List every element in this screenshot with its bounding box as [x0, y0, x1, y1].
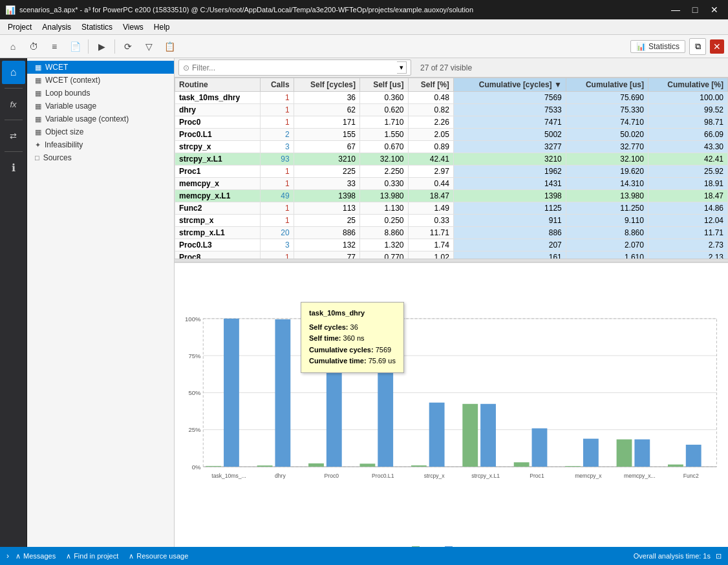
toolbar-timer[interactable]: ⏱: [25, 37, 43, 56]
svg-text:0%: 0%: [192, 464, 201, 471]
table-cell: 1.550: [360, 129, 408, 141]
status-right: Overall analysis time: 1s ⊡: [634, 552, 722, 560]
sidebar-item-sources[interactable]: □ Sources: [27, 151, 174, 164]
variable-icon: ▦: [35, 102, 41, 111]
col-cum-pct[interactable]: Cumulative [%]: [648, 78, 727, 92]
maximize-button[interactable]: □: [687, 3, 703, 16]
table-cell: 1.02: [408, 251, 453, 259]
svg-rect-14: [275, 319, 290, 467]
table-cell: 8.860: [360, 227, 408, 239]
menu-help[interactable]: Help: [149, 21, 175, 33]
table-cell: 0.770: [360, 251, 408, 259]
table-cell: 113: [294, 202, 359, 215]
table-container[interactable]: Routine Calls Self [cycles] Self [us] Se…: [175, 78, 728, 259]
menu-analysis[interactable]: Analysis: [37, 21, 76, 33]
toolbar-export[interactable]: 📋: [160, 37, 178, 56]
status-expand-arrow[interactable]: ›: [6, 551, 9, 560]
col-self-cycles[interactable]: Self [cycles]: [294, 78, 359, 92]
sidebar-item-infeasibility[interactable]: ✦ Infeasibility: [27, 138, 174, 151]
toolbar-close-red[interactable]: ✕: [710, 39, 724, 54]
menu-statistics[interactable]: Statistics: [76, 21, 118, 33]
table-cell: 1398: [453, 190, 566, 202]
iconbar-fx[interactable]: fx: [2, 92, 25, 116]
toolbar-doc[interactable]: 📄: [66, 37, 84, 56]
table-cell: 50.020: [566, 129, 648, 141]
col-routine[interactable]: Routine: [175, 78, 261, 92]
sidebar-label-sources: Sources: [43, 153, 72, 162]
table-cell: 77: [294, 251, 359, 259]
filter-dropdown-btn[interactable]: ▾: [397, 61, 407, 74]
table-cell: 11.71: [648, 227, 727, 239]
toolbar-filter[interactable]: ▽: [140, 37, 158, 56]
table-cell: 0.360: [360, 92, 408, 104]
chart-legend: Self Cumulative: [180, 544, 723, 547]
filter-input-wrapper: ⊙ ▾: [178, 59, 411, 76]
filter-input[interactable]: [192, 63, 397, 72]
table-cell: 1398: [294, 190, 359, 202]
table-cell: 11.71: [408, 227, 453, 239]
sidebar-item-loop-bounds[interactable]: ▦ Loop bounds: [27, 87, 174, 100]
chart-area: 100%75%50%25%0%task_10ms_...dhryProc0Pro…: [175, 262, 728, 547]
table-cell: 0.250: [360, 215, 408, 227]
svg-text:25%: 25%: [188, 427, 201, 434]
table-cell: strcpy_x.L1: [175, 153, 261, 165]
toolbar-refresh[interactable]: ⟳: [119, 37, 137, 56]
table-cell: 62: [294, 104, 359, 116]
table-cell: 1.74: [408, 239, 453, 251]
sidebar-item-object-size[interactable]: ▦ Object size: [27, 125, 174, 138]
status-messages[interactable]: ∧ Messages: [10, 552, 61, 560]
table-cell: 75.330: [566, 104, 648, 116]
table-cell: 14.310: [566, 178, 648, 190]
status-find[interactable]: ∧ Find in project: [61, 552, 123, 560]
filter-bar: ⊙ ▾ 27 of 27 visible: [175, 58, 728, 78]
menu-views[interactable]: Views: [118, 21, 149, 33]
sidebar-item-variable-usage-context[interactable]: ▦ Variable usage (context): [27, 112, 174, 125]
iconbar-info[interactable]: ℹ: [2, 156, 25, 179]
toolbar-play[interactable]: ▶: [92, 37, 111, 56]
svg-rect-15: [257, 465, 273, 467]
iconbar-home[interactable]: ⌂: [2, 61, 25, 84]
table-cell: 1.610: [566, 251, 648, 259]
sidebar-item-wcet-context[interactable]: ▦ WCET (context): [27, 74, 174, 87]
table-cell: 2.05: [408, 129, 453, 141]
statistics-label: Statistics: [648, 42, 680, 51]
table-cell: strcmp_x: [175, 215, 261, 227]
toolbar-layout-btn[interactable]: ⧉: [689, 38, 706, 55]
table-cell: strcpy_x: [175, 141, 261, 153]
col-self-us[interactable]: Self [us]: [360, 78, 408, 92]
col-self-pct[interactable]: Self [%]: [408, 78, 453, 92]
table-cell: Proc8: [175, 251, 261, 259]
table-cell: 74.710: [566, 116, 648, 129]
sidebar-item-variable-usage[interactable]: ▦ Variable usage: [27, 100, 174, 112]
table-header: Routine Calls Self [cycles] Self [us] Se…: [175, 78, 728, 92]
minimize-button[interactable]: —: [667, 3, 684, 16]
table-cell: 20: [261, 227, 294, 239]
svg-text:strcpy_x.L1: strcpy_x.L1: [471, 473, 500, 479]
table-cell: 0.620: [360, 104, 408, 116]
toolbar-list[interactable]: ≡: [45, 37, 63, 56]
table-cell: 0.89: [408, 141, 453, 153]
svg-rect-29: [532, 429, 548, 467]
svg-rect-35: [634, 440, 650, 467]
sidebar-item-wcet[interactable]: ▦ WCET: [27, 61, 174, 74]
col-calls[interactable]: Calls: [261, 78, 294, 92]
status-resource[interactable]: ∧ Resource usage: [123, 552, 193, 560]
statistics-button[interactable]: 📊 Statistics: [630, 40, 685, 53]
iconbar-separator-3: [5, 151, 23, 152]
table-cell: 7533: [453, 104, 566, 116]
table-cell: 0.33: [408, 215, 453, 227]
table-cell: 1: [261, 104, 294, 116]
legend-self-label: Self: [422, 546, 434, 547]
menu-project[interactable]: Project: [3, 21, 37, 33]
svg-rect-18: [308, 464, 324, 467]
close-button[interactable]: ✕: [706, 3, 723, 16]
iconbar-arrows[interactable]: ⇄: [2, 124, 25, 147]
table-cell: 43.30: [648, 141, 727, 153]
table-cell: 0.670: [360, 141, 408, 153]
col-cum-cycles[interactable]: Cumulative [cycles] ▼: [453, 78, 566, 92]
toolbar-home[interactable]: ⌂: [4, 37, 22, 56]
table-cell: 67: [294, 141, 359, 153]
sidebar-label-variable: Variable usage: [45, 101, 96, 111]
col-cum-us[interactable]: Cumulative [us]: [566, 78, 648, 92]
toolbar: ⌂ ⏱ ≡ 📄 ▶ ⟳ ▽ 📋 📊 Statistics ⧉ ✕: [0, 35, 728, 58]
